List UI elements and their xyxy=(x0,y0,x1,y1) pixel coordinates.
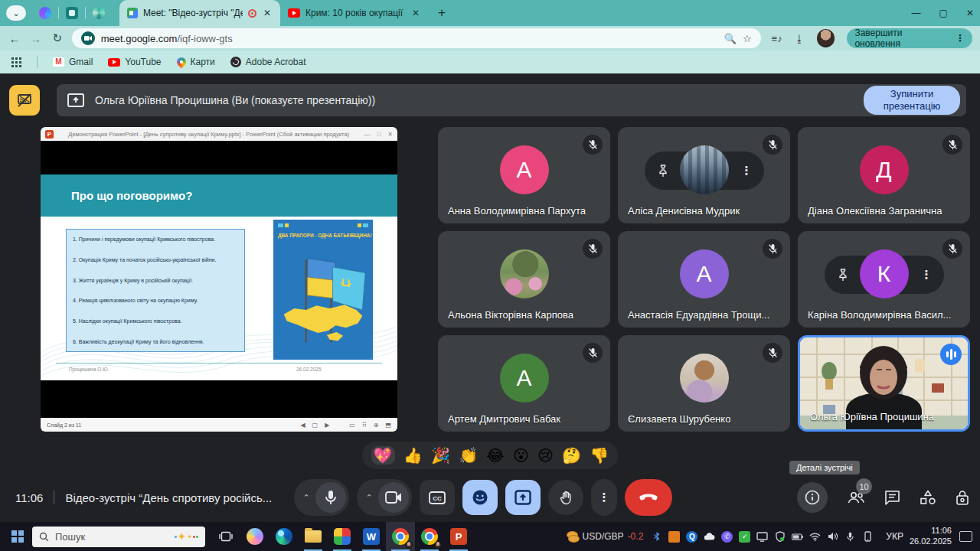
view-normal-icon[interactable]: ▭ xyxy=(349,422,355,429)
battery-icon[interactable] xyxy=(792,531,803,543)
antivirus-icon[interactable]: ✓ xyxy=(739,531,750,543)
reaction-emoji[interactable]: 🎉 xyxy=(431,448,450,463)
presentation-extension-badge-icon[interactable] xyxy=(9,85,40,116)
viber-icon[interactable]: ✆ xyxy=(721,531,733,543)
apps-grid-icon[interactable] xyxy=(11,57,21,67)
chrome-app-icon-2[interactable] xyxy=(415,522,444,551)
participant-tile[interactable]: Єлизавета Шурубенко xyxy=(618,335,790,432)
app-q-tray-icon[interactable]: Q xyxy=(686,531,697,543)
bookmark-maps[interactable]: Карти xyxy=(177,57,215,67)
captions-button[interactable]: CC xyxy=(420,480,455,515)
file-explorer-icon[interactable] xyxy=(299,522,328,551)
participant-tile[interactable]: Ольга Юріївна Процишина xyxy=(798,335,970,432)
chat-button[interactable] xyxy=(884,490,900,505)
tab-meet[interactable]: Meet: "Відео-зустріч "День ✕ xyxy=(119,0,280,26)
action-center-icon[interactable] xyxy=(959,531,972,542)
zoom-slide-icon[interactable]: ⊕ xyxy=(374,422,379,429)
participant-tile[interactable]: Альона Вікторівна Карпова xyxy=(438,231,610,328)
wifi-icon[interactable] xyxy=(809,531,821,543)
tile-more-options-icon[interactable]: ⋮ xyxy=(921,268,933,282)
new-tab-button[interactable]: + xyxy=(438,5,446,21)
browser-profile-avatar[interactable] xyxy=(817,29,835,47)
fullscreen-icon[interactable]: ⬒ xyxy=(385,422,391,429)
taskbar-search-input[interactable]: Пошук ✦✦ xyxy=(32,527,205,547)
browser-menu-icon[interactable]: ⋮ xyxy=(956,33,965,44)
task-view-button[interactable] xyxy=(211,522,240,551)
tab-search-chevron-icon[interactable]: ⌄ xyxy=(6,5,26,21)
mic-options-chevron-icon[interactable]: ⌃ xyxy=(297,493,315,503)
microphone-tray-icon[interactable] xyxy=(844,531,856,543)
language-indicator[interactable]: УКР xyxy=(886,531,903,542)
reaction-emoji[interactable]: 🤔 xyxy=(562,448,581,463)
pin-icon[interactable] xyxy=(836,268,850,282)
reaction-emoji[interactable]: 😮 xyxy=(513,448,529,463)
word-app-icon[interactable]: W xyxy=(357,522,386,551)
security-shield-icon[interactable] xyxy=(774,531,786,543)
activities-button[interactable] xyxy=(920,490,936,505)
meeting-details-button[interactable] xyxy=(797,482,828,513)
reload-button[interactable]: ↻ xyxy=(51,31,64,45)
participant-tile[interactable]: ⋮ Аліса Денисівна Мудрик xyxy=(618,127,790,223)
participant-tile[interactable]: ⋮ К Каріна Володимирівна Васил... xyxy=(798,231,970,328)
url-bar[interactable]: meet.google.com/iqf-ioww-gts 🔍 ☆ xyxy=(72,28,761,48)
participant-tile[interactable]: А Анна Володимирівна Пархута xyxy=(438,127,610,223)
zoom-page-icon[interactable]: 🔍 xyxy=(724,33,737,44)
pinned-extension-icon-1[interactable] xyxy=(32,7,58,19)
bookmark-acrobat[interactable]: Adobe Acrobat xyxy=(230,57,306,67)
reaction-emoji[interactable]: 💖 xyxy=(371,446,395,465)
pen-tool-icon[interactable]: ▢ xyxy=(312,422,318,429)
taskbar-clock[interactable]: 11:0626.02.2025 xyxy=(910,526,952,547)
camera-button[interactable] xyxy=(378,482,409,513)
end-call-button[interactable] xyxy=(625,479,672,516)
tab-groups-icon[interactable]: ≡♪ xyxy=(772,33,782,44)
bookmark-gmail[interactable]: Gmail xyxy=(53,57,93,67)
app-orange-tray-icon[interactable] xyxy=(668,531,680,543)
ppt-maximize-button[interactable]: □ xyxy=(377,131,381,138)
reaction-emoji[interactable]: 👏 xyxy=(459,448,478,463)
view-grid-icon[interactable]: ⠿ xyxy=(362,422,367,429)
downloads-icon[interactable]: ⭳ xyxy=(795,33,805,44)
onedrive-icon[interactable] xyxy=(704,531,715,543)
chrome-app-icon-active[interactable] xyxy=(386,522,415,551)
prev-slide-icon[interactable]: ◀ xyxy=(300,422,305,429)
tab-youtube[interactable]: Крим: 10 років окупації | Доку ✕ xyxy=(280,0,429,26)
copilot-app-icon[interactable] xyxy=(240,522,270,551)
close-tab-icon[interactable]: ✕ xyxy=(262,8,273,18)
currency-ticker[interactable]: USD/GBP -0.2 xyxy=(567,531,644,542)
more-options-button[interactable]: ⋮ xyxy=(591,479,617,516)
window-minimize-button[interactable]: — xyxy=(912,8,921,18)
moba-app-icon[interactable] xyxy=(328,522,357,551)
window-maximize-button[interactable]: ▢ xyxy=(939,8,948,18)
reaction-emoji[interactable]: 😂 xyxy=(486,448,504,463)
pin-icon[interactable] xyxy=(656,164,670,178)
pinned-extension-icon-2[interactable] xyxy=(59,7,85,19)
powerpoint-app-icon[interactable]: P xyxy=(444,522,473,551)
pinned-extension-icon-3[interactable] xyxy=(86,7,112,19)
phone-link-icon[interactable] xyxy=(862,531,874,543)
bookmark-youtube[interactable]: YouTube xyxy=(108,57,161,67)
forward-button[interactable]: → xyxy=(29,32,43,45)
reaction-emoji[interactable]: 👎 xyxy=(590,448,609,463)
display-tray-icon[interactable] xyxy=(756,531,768,543)
present-now-button[interactable] xyxy=(505,480,541,515)
host-controls-button[interactable] xyxy=(956,490,969,506)
reaction-emoji[interactable]: 👍 xyxy=(403,448,423,463)
reactions-button[interactable] xyxy=(462,480,498,515)
close-tab-icon[interactable]: ✕ xyxy=(410,8,421,18)
reaction-emoji[interactable]: 😢 xyxy=(537,448,554,463)
volume-icon[interactable] xyxy=(827,531,838,543)
ppt-minimize-button[interactable]: — xyxy=(364,131,370,138)
bluetooth-icon[interactable] xyxy=(651,531,662,543)
stop-presentation-button[interactable]: Зупинити презентацію xyxy=(864,86,960,114)
mic-button[interactable] xyxy=(315,482,346,513)
tile-more-options-icon[interactable]: ⋮ xyxy=(741,164,753,178)
bookmark-star-icon[interactable]: ☆ xyxy=(743,33,752,44)
next-slide-icon[interactable]: ▶ xyxy=(325,422,329,429)
ppt-close-button[interactable]: ✕ xyxy=(387,131,393,138)
start-button[interactable] xyxy=(5,522,31,551)
participant-tile[interactable]: А Анастасія Едуардівна Трощи... xyxy=(618,231,790,328)
camera-options-chevron-icon[interactable]: ⌃ xyxy=(360,493,378,503)
participant-tile[interactable]: А Артем Дмитрович Бабак xyxy=(438,335,610,432)
shared-screen-tile[interactable]: P Демонстрация PowerPoint - [День супрот… xyxy=(41,127,397,432)
participants-button[interactable]: 10 xyxy=(847,491,865,504)
